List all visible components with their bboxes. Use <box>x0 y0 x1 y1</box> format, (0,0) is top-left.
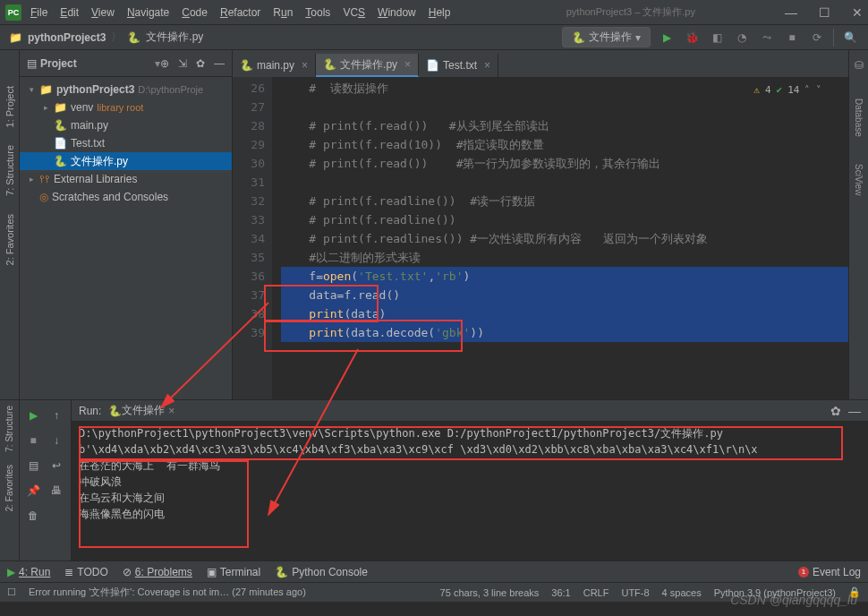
sidebar-tab-sciview[interactable]: SciView <box>854 164 864 195</box>
breadcrumb-file[interactable]: 文件操作.py <box>146 30 203 45</box>
stop-run-button[interactable]: ■ <box>23 431 43 450</box>
wrap-button[interactable]: ↩ <box>47 456 66 475</box>
run-config-selector[interactable]: 🐍 文件操作 ▾ <box>562 27 651 47</box>
tree-root[interactable]: ▾📁 pythonProject3 D:\pythonProje <box>20 81 232 98</box>
print-button[interactable]: 🖶 <box>47 481 66 500</box>
bottom-todo[interactable]: ≣TODO <box>64 566 107 578</box>
status-caret: 36:1 <box>551 587 570 598</box>
menu-run[interactable]: Run <box>273 6 293 19</box>
sidebar-tab-database[interactable]: Database <box>854 98 864 137</box>
tab-fileop[interactable]: 🐍文件操作.py× <box>316 54 419 77</box>
bottom-run[interactable]: ▶4: Run <box>7 566 50 578</box>
tree-testtxt[interactable]: 📄Test.txt <box>20 134 232 152</box>
tree-venv[interactable]: ▸📁 venv library root <box>20 98 232 116</box>
search-everywhere-icon[interactable]: 🔍 <box>841 29 859 47</box>
menu-edit[interactable]: Edit <box>60 6 79 19</box>
hide-run-icon[interactable]: — <box>848 404 861 418</box>
sidebar-tab-favorites[interactable]: 2: Favorites <box>4 214 15 265</box>
status-icon[interactable]: ☐ <box>7 586 16 598</box>
locate-icon[interactable]: ⊕ <box>160 57 169 70</box>
tree-extlib[interactable]: ▸⫯⫯ External Libraries <box>20 170 232 188</box>
debug-button[interactable]: 🐞 <box>683 29 701 47</box>
run-tab[interactable]: 文件操作 <box>122 403 165 418</box>
tab-testtxt[interactable]: 📄Test.txt× <box>419 54 498 77</box>
status-message: Error running '文件操作': Coverage is not im… <box>29 586 428 599</box>
gear-icon[interactable]: ✿ <box>830 404 841 418</box>
run-output[interactable]: D:\pythonProject1\pythonProject3\venv\Sc… <box>72 422 868 560</box>
clear-button[interactable]: 🗑 <box>23 506 43 526</box>
down-button[interactable]: ↓ <box>47 431 66 450</box>
status-lock-icon[interactable]: 🔒 <box>848 586 861 598</box>
stop-button[interactable]: ■ <box>783 29 801 47</box>
editor-content[interactable]: # 读数据操作 # print(f.read()) #从头到尾全部读出 # pr… <box>272 77 848 399</box>
menu-tools[interactable]: Tools <box>305 6 330 19</box>
bottom-problems[interactable]: ⊘6: Problems <box>123 566 192 578</box>
tree-activefile[interactable]: 🐍文件操作.py <box>20 152 232 170</box>
bottom-pyconsole[interactable]: 🐍Python Console <box>275 566 368 578</box>
status-selection: 75 chars, 3 line breaks <box>440 587 540 598</box>
settings-icon[interactable]: ✿ <box>196 57 205 70</box>
coverage-button[interactable]: ◧ <box>708 29 726 47</box>
update-button[interactable]: ⟳ <box>808 29 826 47</box>
menu-view[interactable]: View <box>91 6 115 19</box>
menu-help[interactable]: Help <box>429 6 451 19</box>
breadcrumb: 📁 pythonProject3 〉 🐍 文件操作.py <box>9 30 562 45</box>
scroll-button[interactable]: ↑ <box>47 406 66 425</box>
sidebar-tab-structure2[interactable]: 7: Structure <box>4 406 14 452</box>
menu-window[interactable]: Window <box>378 6 416 19</box>
tree-mainpy[interactable]: 🐍main.py <box>20 116 232 134</box>
app-logo: PC <box>5 4 21 21</box>
pin-button[interactable]: 📌 <box>23 481 43 500</box>
inspection-widget[interactable]: ⚠4 ✔14 ˄ ˅ <box>753 81 821 99</box>
expand-icon[interactable]: ⇲ <box>178 57 187 70</box>
status-python[interactable]: Python 3.9 (pythonProject3) <box>714 587 836 598</box>
hide-panel-icon[interactable]: — <box>214 57 225 70</box>
profile-button[interactable]: ◔ <box>733 29 751 47</box>
menu-vcs[interactable]: VCS <box>343 6 365 19</box>
project-panel-title: Project <box>40 57 155 70</box>
database-strip-icon[interactable]: ⛁ <box>855 59 864 72</box>
maximize-icon[interactable]: ☐ <box>819 5 830 20</box>
run-panel-title: Run: <box>79 405 101 417</box>
menu-refactor[interactable]: Refactor <box>220 6 260 19</box>
close-tab-icon[interactable]: × <box>484 59 490 72</box>
run-button[interactable]: ▶ <box>658 29 676 47</box>
status-indent[interactable]: 4 spaces <box>662 587 702 598</box>
minimize-icon[interactable]: — <box>785 5 797 20</box>
bottom-eventlog[interactable]: 1Event Log <box>798 566 861 578</box>
layout-button[interactable]: ▤ <box>23 456 43 475</box>
sidebar-tab-structure[interactable]: 7: Structure <box>4 145 15 196</box>
attach-button[interactable]: ⤳ <box>758 29 776 47</box>
status-eol[interactable]: CRLF <box>583 587 609 598</box>
menu-file[interactable]: File <box>30 6 47 19</box>
bottom-terminal[interactable]: ▣Terminal <box>207 566 260 578</box>
sidebar-tab-favorites2[interactable]: 2: Favorites <box>4 465 14 511</box>
close-tab-icon[interactable]: × <box>302 59 308 72</box>
window-title: pythonProject3 – 文件操作.py <box>566 5 695 19</box>
menu-navigate[interactable]: Navigate <box>127 6 169 19</box>
status-encoding[interactable]: UTF-8 <box>621 587 649 598</box>
rerun-button[interactable]: ▶ <box>23 406 43 425</box>
close-icon[interactable]: ✕ <box>852 5 863 20</box>
tab-mainpy[interactable]: 🐍main.py× <box>233 54 316 77</box>
breadcrumb-project[interactable]: pythonProject3 <box>28 31 106 44</box>
editor-gutter: 26 27 28 29 30 31 32 33 34 35 36 37 38 3… <box>233 77 272 399</box>
sidebar-tab-project[interactable]: 1: Project <box>4 86 15 127</box>
close-tab-icon[interactable]: × <box>404 58 411 71</box>
menu-code[interactable]: Code <box>182 6 208 19</box>
tree-scratches[interactable]: ◎ Scratches and Consoles <box>20 188 232 206</box>
